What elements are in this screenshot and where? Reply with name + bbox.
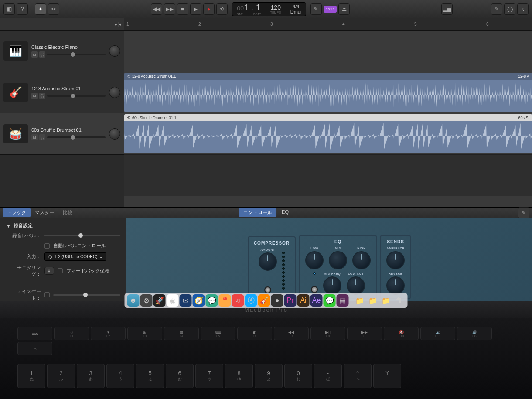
dock-garageband-icon[interactable]: 🎸 xyxy=(258,294,270,307)
dock-folder-icon[interactable]: 📁 xyxy=(354,294,366,307)
dock-line-icon[interactable]: 💬 xyxy=(324,294,336,307)
function-key: ☼F1 xyxy=(54,327,89,340)
track-header[interactable]: 🥁 60s Shuffle Drumset 01 M 🎧 xyxy=(0,113,124,155)
dock-premiere-icon[interactable]: Pr xyxy=(284,294,297,307)
dock-appstore-icon[interactable]: Ⓐ xyxy=(245,294,257,307)
auto-level-checkbox[interactable] xyxy=(44,243,50,249)
recording-level-slider[interactable] xyxy=(44,235,120,236)
lcd-tempo: 120 xyxy=(271,4,281,11)
volume-slider[interactable] xyxy=(47,95,106,97)
quick-help-icon[interactable]: ? xyxy=(17,3,28,15)
dock-mail-icon[interactable]: ✉ xyxy=(180,294,192,307)
loops-icon[interactable]: ◯ xyxy=(504,3,515,15)
add-track-button[interactable]: ＋ xyxy=(3,20,11,29)
eq-bypass-button[interactable] xyxy=(311,286,318,293)
track-lane[interactable]: ⟲12-8 Acoustic Strum 01.112-8 A xyxy=(124,72,532,113)
dock-launchpad-icon[interactable]: 🚀 xyxy=(153,294,166,307)
dock-folder-icon[interactable]: 📁 xyxy=(380,294,392,307)
inspector-title: 録音設定 xyxy=(14,222,33,229)
compressor-amount-knob[interactable] xyxy=(259,252,277,271)
scissors-icon[interactable]: ✂ xyxy=(48,3,59,15)
tab-eq[interactable]: EQ xyxy=(277,208,293,217)
dock-settings-icon[interactable]: ⚙ xyxy=(140,294,153,307)
volume-slider[interactable] xyxy=(47,54,106,55)
number-key: 1ぬ xyxy=(17,364,45,388)
compressor-bypass-button[interactable] xyxy=(264,286,271,293)
lcd-bar-prefix: 00 xyxy=(237,5,244,12)
mute-button[interactable]: M xyxy=(31,93,38,99)
notes-icon[interactable]: ✎ xyxy=(491,3,502,15)
tab-compare[interactable]: 比較 xyxy=(58,208,77,217)
cycle-button[interactable]: ⟲ xyxy=(216,3,228,15)
reverb-knob[interactable] xyxy=(386,276,405,295)
dock-music-icon[interactable]: ♫ xyxy=(232,294,244,307)
ruler-mark: 3 xyxy=(270,22,273,27)
dock-trash-icon[interactable]: 🗑 xyxy=(393,294,405,307)
stop-button[interactable]: ■ xyxy=(177,3,188,15)
eq-midfreq-knob[interactable] xyxy=(323,276,341,295)
lcd-position: 1 . 1 xyxy=(244,3,261,12)
compressor-section: COMPRESSOR AMOUNT xyxy=(248,236,296,298)
track-header[interactable]: 🎸 12-8 Acoustic Strum 01 M 🎧 xyxy=(0,72,124,113)
dock-finder-icon[interactable]: ☻ xyxy=(127,294,140,307)
ambience-knob[interactable] xyxy=(386,251,405,269)
tab-track[interactable]: トラック xyxy=(3,208,31,217)
tuner-icon[interactable]: ✎ xyxy=(310,3,322,15)
dock-app-icon[interactable]: ● xyxy=(271,294,283,307)
metronome-icon[interactable]: ⏏ xyxy=(338,3,350,15)
noise-gate-checkbox[interactable] xyxy=(44,292,50,297)
track-header[interactable]: 🎹 Classic Electric Piano M 🎧 xyxy=(0,31,124,72)
count-in-badge[interactable]: 1234 xyxy=(324,6,337,13)
eq-high-knob[interactable] xyxy=(352,251,371,269)
dock-maps-icon[interactable]: 📍 xyxy=(219,294,231,307)
dock-folder-icon[interactable]: 📁 xyxy=(367,294,379,307)
headphone-button[interactable]: 🎧 xyxy=(39,93,45,99)
disclosure-icon[interactable]: ▼ xyxy=(6,223,11,228)
track-lane[interactable] xyxy=(124,31,532,72)
tab-controls[interactable]: コントロール xyxy=(239,208,276,217)
lcd-display[interactable]: 001 . 1 BARBEAT 120 TEMPO 4/4 Dmaj xyxy=(232,2,307,16)
edit-icon[interactable]: ✎ xyxy=(518,207,529,218)
pan-knob[interactable] xyxy=(109,45,120,57)
dock-chrome-icon[interactable]: ◉ xyxy=(167,294,179,307)
mute-button[interactable]: M xyxy=(31,134,38,140)
smart-controls-icon[interactable]: ✦ xyxy=(35,3,46,15)
pan-knob[interactable] xyxy=(109,128,120,140)
dock-messages-icon[interactable]: 💬 xyxy=(206,294,218,307)
forward-button[interactable]: ▶▶ xyxy=(164,3,175,15)
input-select[interactable]: ⬡1-2 (USB...io CODEC)⌄ xyxy=(44,252,106,261)
record-button[interactable]: ● xyxy=(203,3,215,15)
tab-master[interactable]: マスター xyxy=(31,208,58,217)
media-icon[interactable]: ♫ xyxy=(517,3,529,15)
eq-low-knob[interactable] xyxy=(305,251,324,269)
headphone-button[interactable]: 🎧 xyxy=(39,51,45,58)
play-button[interactable]: ▶ xyxy=(190,3,201,15)
headphone-button[interactable]: 🎧 xyxy=(39,134,45,140)
rewind-button[interactable]: ◀◀ xyxy=(151,3,162,15)
master-volume-icon[interactable]: ▂▅ xyxy=(441,3,453,15)
track-filter-icon[interactable]: ▸¦◂ xyxy=(115,21,121,27)
noise-gate-slider[interactable] xyxy=(53,294,120,296)
input-label: 入力： xyxy=(10,253,41,260)
empty-lane[interactable] xyxy=(124,155,532,196)
volume-slider[interactable] xyxy=(47,136,106,138)
audio-region[interactable]: ⟲12-8 Acoustic Strum 01.112-8 A xyxy=(124,73,532,112)
dock-aftereffects-icon[interactable]: Ae xyxy=(310,294,323,307)
eq-lowcut-knob[interactable] xyxy=(347,276,365,295)
dock-app-icon[interactable]: ▦ xyxy=(337,294,349,307)
number-key: 4う xyxy=(106,364,134,388)
dock-safari-icon[interactable]: 🧭 xyxy=(193,294,205,307)
mute-button[interactable]: M xyxy=(31,51,38,58)
track-lane[interactable]: ⟲60s Shuffle Drumset 01.160s St xyxy=(124,113,532,155)
eq-mid-knob[interactable] xyxy=(329,251,347,269)
arrange-area[interactable]: 123456 ⟲12-8 Acoustic Strum 01.112-8 A ⟲… xyxy=(124,18,532,207)
dock-illustrator-icon[interactable]: Ai xyxy=(297,294,310,307)
library-icon[interactable]: ◧ xyxy=(3,3,15,15)
pan-knob[interactable] xyxy=(109,87,120,98)
timeline-ruler[interactable]: 123456 xyxy=(124,18,532,31)
feedback-checkbox[interactable] xyxy=(58,268,63,273)
audio-region[interactable]: ⟲60s Shuffle Drumset 01.160s St xyxy=(124,114,532,153)
number-key: 8ゆ xyxy=(225,364,253,388)
monitor-toggle[interactable]: 🎙 xyxy=(44,267,54,275)
main-toolbar: ◧ ? ✦ ✂ ◀◀ ▶▶ ■ ▶ ● ⟲ 001 . 1 BARBEAT 12… xyxy=(0,0,532,18)
